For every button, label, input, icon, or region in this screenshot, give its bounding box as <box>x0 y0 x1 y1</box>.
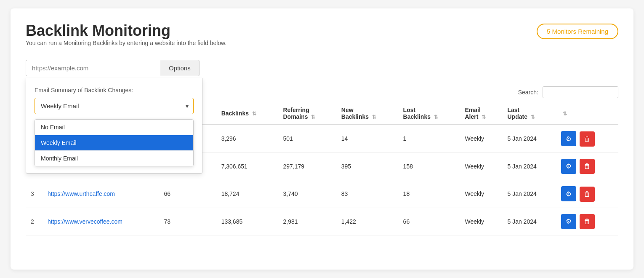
row3-referring: 3,740 <box>278 180 336 208</box>
dropdown-option-weekly-email[interactable]: Weekly Email <box>35 135 193 151</box>
row3-settings-button[interactable]: ⚙ <box>561 186 576 201</box>
table-row: 2 https://www.vervecoffee.com 73 133,685… <box>26 208 618 235</box>
row3-num: 3 <box>26 180 43 208</box>
row2-new-bl: 395 <box>336 152 398 180</box>
row1-email-alert: Weekly <box>460 125 502 152</box>
subtitle: You can run a Monitoring Backlinks by en… <box>26 40 226 46</box>
input-area: Options Email Summary of Backlink Change… <box>26 60 618 76</box>
row1-last-update: 5 Jan 2024 <box>502 125 556 152</box>
sort-icon-email-alert: ⇅ <box>482 114 486 120</box>
search-label: Search: <box>518 89 538 96</box>
row4-referring: 2,981 <box>278 208 336 235</box>
row1-delete-button[interactable]: 🗑 <box>580 131 595 147</box>
dropdown-option-no-email[interactable]: No Email <box>35 120 193 135</box>
row1-new-bl: 14 <box>336 125 398 152</box>
row2-backlinks: 7,306,651 <box>216 152 278 180</box>
sort-icon-last-update: ⇅ <box>531 114 535 120</box>
row3-domain: https://www.urthcaffe.com <box>43 180 159 208</box>
row1-backlinks: 3,296 <box>216 125 278 152</box>
row4-delete-button[interactable]: 🗑 <box>580 214 595 229</box>
table-row: 3 https://www.urthcaffe.com 66 18,724 3,… <box>26 180 618 208</box>
url-input-row: Options <box>26 60 618 76</box>
options-dropdown-panel: Email Summary of Backlink Changes: No Em… <box>26 78 202 174</box>
row1-lost-bl: 1 <box>398 125 460 152</box>
options-tab-button[interactable]: Options <box>160 60 200 76</box>
row4-backlinks: 133,685 <box>216 208 278 235</box>
sort-icon-extra: ⇅ <box>563 111 567 117</box>
row4-domain: https://www.vervecoffee.com <box>43 208 159 235</box>
sort-icon-new-bl: ⇅ <box>372 114 376 120</box>
row2-referring: 297,179 <box>278 152 336 180</box>
page-title: Backlink Monitoring <box>26 22 226 40</box>
row2-delete-button[interactable]: 🗑 <box>580 159 595 174</box>
row3-delete-button[interactable]: 🗑 <box>580 187 595 202</box>
row3-lost-bl: 18 <box>398 180 460 208</box>
row3-backlinks: 18,724 <box>216 180 278 208</box>
row2-lost-bl: 158 <box>398 152 460 180</box>
row2-settings-button[interactable]: ⚙ <box>561 159 576 174</box>
row4-last-update: 5 Jan 2024 <box>502 208 556 235</box>
email-summary-label: Email Summary of Backlink Changes: <box>35 87 194 94</box>
row3-domain-link[interactable]: https://www.urthcaffe.com <box>48 190 115 197</box>
row3-last-update: 5 Jan 2024 <box>502 180 556 208</box>
row1-actions: ⚙ 🗑 <box>556 125 618 152</box>
row4-actions: ⚙ 🗑 <box>556 208 618 235</box>
row3-strength: 66 <box>159 180 216 208</box>
col-actions: ⇅ <box>556 102 618 125</box>
dropdown-options-list: No Email Weekly Email Monthly Email <box>35 119 194 166</box>
col-backlinks[interactable]: Backlinks ⇅ <box>216 102 278 125</box>
col-email-alert[interactable]: EmailAlert ⇅ <box>460 102 502 125</box>
row2-actions: ⚙ 🗑 <box>556 152 618 180</box>
monitors-remaining-badge: 5 Monitors Remaining <box>537 24 618 39</box>
row3-actions: ⚙ 🗑 <box>556 180 618 208</box>
email-frequency-select[interactable]: No Email Weekly Email Monthly Email <box>35 98 194 114</box>
col-last-update[interactable]: LastUpdate ⇅ <box>502 102 556 125</box>
search-input[interactable] <box>543 86 618 98</box>
row4-num: 2 <box>26 208 43 235</box>
sort-icon-referring: ⇅ <box>311 114 315 120</box>
row3-email-alert: Weekly <box>460 180 502 208</box>
row2-email-alert: Weekly <box>460 152 502 180</box>
row4-lost-bl: 66 <box>398 208 460 235</box>
main-card: Backlink Monitoring You can run a Monito… <box>11 8 633 270</box>
row1-referring: 501 <box>278 125 336 152</box>
header-row: Backlink Monitoring You can run a Monito… <box>26 22 618 56</box>
email-select-wrapper: No Email Weekly Email Monthly Email ▾ <box>35 98 194 114</box>
sort-icon-lost-bl: ⇅ <box>434 114 438 120</box>
sort-icon-backlinks: ⇅ <box>252 111 256 117</box>
row4-strength: 73 <box>159 208 216 235</box>
dropdown-option-monthly-email[interactable]: Monthly Email <box>35 151 193 166</box>
row4-domain-link[interactable]: https://www.vervecoffee.com <box>48 218 122 225</box>
row2-last-update: 5 Jan 2024 <box>502 152 556 180</box>
row3-new-bl: 83 <box>336 180 398 208</box>
row4-settings-button[interactable]: ⚙ <box>561 214 576 229</box>
col-referring[interactable]: ReferringDomains ⇅ <box>278 102 336 125</box>
row1-settings-button[interactable]: ⚙ <box>561 131 576 146</box>
col-new-bl[interactable]: NewBacklinks ⇅ <box>336 102 398 125</box>
row4-email-alert: Weekly <box>460 208 502 235</box>
col-lost-bl[interactable]: LostBacklinks ⇅ <box>398 102 460 125</box>
row4-new-bl: 1,422 <box>336 208 398 235</box>
url-input[interactable] <box>26 60 160 76</box>
